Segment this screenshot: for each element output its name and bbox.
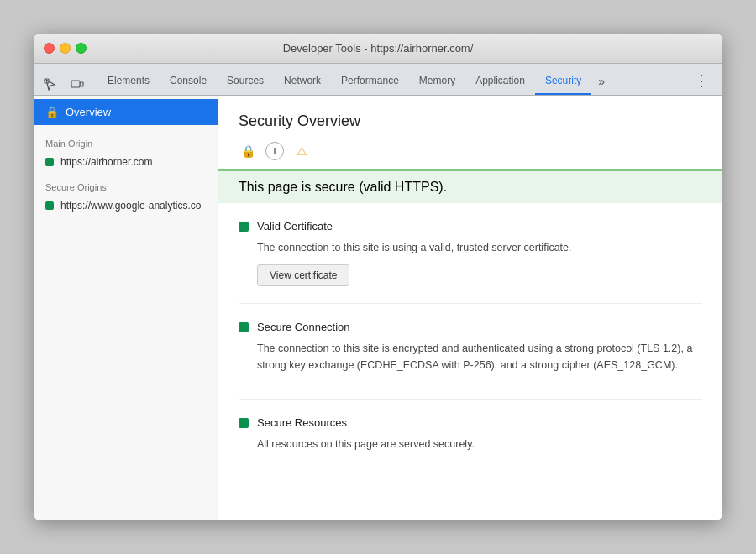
page-title: Security Overview: [239, 112, 702, 130]
secure-origin-url: https://www.google-analytics.co: [60, 200, 201, 212]
tabs-container: Elements Console Sources Network Perform…: [97, 68, 687, 95]
status-message: This page is secure (valid HTTPS).: [239, 180, 447, 194]
conn-title: Secure Connection: [257, 321, 350, 333]
main-origin-label: Main Origin: [34, 128, 218, 152]
conn-description: The connection to this site is encrypted…: [239, 340, 702, 374]
maximize-button[interactable]: [76, 43, 87, 54]
cursor-icon[interactable]: [40, 75, 60, 95]
status-banner: This page is secure (valid HTTPS).: [218, 169, 722, 203]
svg-rect-1: [71, 81, 80, 87]
kebab-menu-button[interactable]: ⋮: [687, 66, 716, 95]
res-dot: [239, 418, 249, 428]
tab-security[interactable]: Security: [535, 68, 591, 95]
secure-lock-icon[interactable]: 🔒: [239, 142, 257, 160]
sidebar-main-origin[interactable]: https://airhorner.com: [34, 152, 218, 172]
close-button[interactable]: [44, 43, 55, 54]
device-icon[interactable]: [67, 75, 87, 95]
overview-label: Overview: [66, 106, 111, 118]
tab-bar: Elements Console Sources Network Perform…: [34, 64, 722, 96]
info-icon[interactable]: i: [265, 142, 284, 160]
origin-dot: [45, 158, 54, 166]
section-header-res: Secure Resources: [239, 416, 702, 429]
security-status-icons: 🔒 i ⚠: [239, 142, 702, 160]
cert-dot: [239, 222, 249, 232]
section-secure-resources: Secure Resources All resources on this p…: [239, 400, 702, 478]
tab-bar-icons: [40, 75, 87, 95]
sidebar-item-overview[interactable]: 🔒 Overview: [34, 99, 218, 125]
more-tabs-button[interactable]: »: [591, 68, 612, 95]
section-header-cert: Valid Certificate: [239, 220, 702, 233]
res-description: All resources on this page are served se…: [239, 436, 702, 452]
content-area: Security Overview 🔒 i ⚠ This page is sec…: [218, 96, 722, 520]
tab-memory[interactable]: Memory: [409, 68, 465, 95]
conn-dot: [239, 322, 249, 332]
traffic-lights: [44, 43, 87, 54]
main-origin-url: https://airhorner.com: [60, 156, 152, 168]
section-header-conn: Secure Connection: [239, 321, 702, 333]
main-area: 🔒 Overview Main Origin https://airhorner…: [34, 96, 722, 520]
tab-sources[interactable]: Sources: [217, 68, 274, 95]
title-bar: Developer Tools - https://airhorner.com/: [34, 34, 722, 64]
warning-icon[interactable]: ⚠: [292, 142, 311, 160]
svg-rect-2: [81, 82, 83, 86]
tab-console[interactable]: Console: [160, 68, 217, 95]
res-title: Secure Resources: [257, 416, 347, 429]
window-title: Developer Tools - https://airhorner.com/: [283, 42, 474, 55]
lock-icon: 🔒: [45, 106, 59, 118]
sidebar-secure-origin[interactable]: https://www.google-analytics.co: [34, 196, 218, 216]
section-valid-certificate: Valid Certificate The connection to this…: [239, 203, 702, 304]
section-secure-connection: Secure Connection The connection to this…: [239, 304, 702, 400]
view-certificate-button[interactable]: View certificate: [257, 264, 349, 286]
devtools-window: Developer Tools - https://airhorner.com/…: [34, 34, 722, 520]
tab-elements[interactable]: Elements: [97, 68, 160, 95]
sidebar: 🔒 Overview Main Origin https://airhorner…: [34, 96, 218, 520]
tab-performance[interactable]: Performance: [331, 68, 409, 95]
tab-network[interactable]: Network: [274, 68, 331, 95]
secure-origin-dot: [45, 201, 54, 210]
tab-application[interactable]: Application: [465, 68, 535, 95]
cert-description: The connection to this site is using a v…: [239, 239, 702, 256]
secure-origins-label: Secure Origins: [34, 172, 218, 196]
cert-title: Valid Certificate: [257, 220, 333, 233]
minimize-button[interactable]: [60, 43, 71, 54]
